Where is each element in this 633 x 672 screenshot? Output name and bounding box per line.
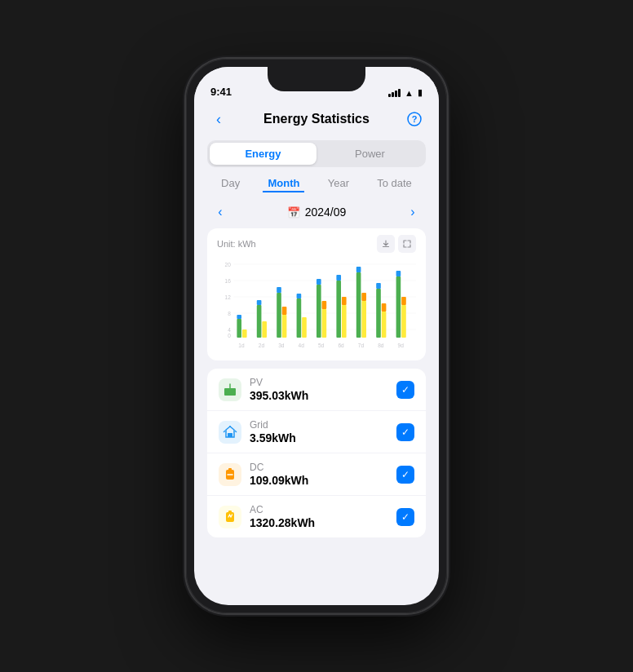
svg-rect-37 (361, 293, 366, 301)
pv-label: PV (250, 377, 396, 388)
signal-icon (388, 89, 401, 97)
date-navigation: ‹ 📅 2024/09 › (194, 199, 439, 228)
svg-text:6d: 6d (338, 343, 344, 348)
battery-icon: ▮ (418, 87, 423, 98)
svg-rect-26 (316, 285, 321, 338)
svg-rect-24 (302, 317, 307, 338)
dc-label: DC (250, 462, 396, 473)
page-title: Energy Statistics (263, 112, 370, 126)
svg-rect-25 (297, 294, 302, 298)
chart-unit-label: Unit: kWh (217, 235, 416, 253)
status-icons: ▲ ▮ (388, 87, 423, 98)
back-button[interactable]: ‹ (207, 108, 230, 130)
svg-rect-29 (322, 301, 327, 309)
svg-rect-23 (297, 298, 302, 338)
svg-rect-15 (237, 315, 241, 319)
period-day[interactable]: Day (216, 175, 245, 192)
svg-text:5d: 5d (318, 343, 325, 348)
pv-checkbox[interactable]: ✓ (396, 381, 414, 399)
grid-label: Grid (250, 419, 396, 431)
phone-notch (268, 67, 365, 91)
stat-item-ac: AC 1320.28kWh ✓ (207, 496, 426, 537)
svg-line-62 (224, 431, 225, 432)
svg-rect-42 (396, 276, 401, 338)
svg-rect-31 (342, 305, 347, 338)
grid-info: Grid 3.59kWh (250, 419, 396, 444)
svg-rect-43 (401, 305, 406, 338)
svg-rect-39 (382, 312, 387, 338)
ac-label: AC (250, 504, 396, 515)
stat-item-grid: Grid 3.59kWh ✓ (207, 411, 426, 453)
wifi-icon: ▲ (405, 88, 414, 98)
pv-info: PV 395.03kWh (250, 377, 396, 402)
dc-checkbox[interactable]: ✓ (396, 466, 414, 484)
app-header: ‹ Energy Statistics ? (194, 103, 439, 137)
tab-power[interactable]: Power (316, 143, 423, 165)
svg-text:3d: 3d (278, 343, 285, 348)
svg-rect-30 (336, 281, 341, 338)
svg-rect-41 (382, 303, 387, 312)
bar-chart: 20 16 12 8 4 0 (217, 256, 416, 357)
next-date-button[interactable]: › (403, 202, 423, 222)
svg-rect-44 (396, 271, 401, 276)
download-button[interactable] (377, 235, 395, 253)
svg-text:20: 20 (225, 262, 232, 267)
svg-rect-32 (336, 275, 341, 281)
ac-checkbox[interactable]: ✓ (396, 508, 414, 526)
tab-energy[interactable]: Energy (210, 143, 316, 165)
svg-text:2d: 2d (259, 343, 265, 348)
svg-rect-36 (356, 267, 361, 272)
svg-rect-19 (277, 293, 281, 338)
svg-text:9d: 9d (398, 343, 405, 348)
ac-value: 1320.28kWh (250, 516, 396, 529)
help-button[interactable]: ? (403, 108, 426, 130)
dc-info: DC 109.09kWh (250, 462, 396, 487)
svg-rect-22 (282, 307, 287, 315)
svg-text:8d: 8d (378, 343, 384, 348)
svg-rect-16 (257, 305, 262, 338)
svg-rect-66 (228, 468, 232, 471)
stats-list: PV 395.03kWh ✓ Grid 3.59 (207, 369, 426, 537)
svg-rect-13 (237, 319, 241, 338)
svg-line-63 (235, 431, 237, 432)
svg-rect-18 (257, 300, 262, 305)
stat-item-pv: PV 395.03kWh ✓ (207, 369, 426, 411)
svg-text:8: 8 (228, 311, 231, 316)
grid-value: 3.59kWh (250, 431, 396, 444)
pv-icon (219, 378, 241, 401)
svg-text:?: ? (412, 114, 418, 124)
svg-rect-28 (316, 279, 321, 285)
dc-value: 109.09kWh (250, 474, 396, 487)
svg-rect-64 (228, 433, 232, 437)
ac-icon (219, 506, 241, 528)
date-text: 2024/09 (305, 206, 347, 219)
grid-checkbox[interactable]: ✓ (396, 423, 414, 441)
expand-button[interactable] (398, 235, 416, 253)
period-year[interactable]: Year (323, 175, 354, 192)
svg-rect-38 (376, 289, 381, 338)
svg-text:7d: 7d (358, 343, 365, 348)
phone-screen: 9:41 ▲ ▮ ‹ Energy Statistics ? (194, 67, 439, 605)
prev-date-button[interactable]: ‹ (210, 202, 230, 222)
svg-rect-21 (277, 287, 281, 293)
svg-text:4d: 4d (299, 343, 305, 348)
svg-rect-27 (322, 309, 327, 338)
svg-rect-33 (342, 297, 347, 305)
grid-icon (219, 421, 241, 444)
chart-container: Unit: kWh (207, 228, 426, 360)
period-todate[interactable]: To date (372, 175, 417, 192)
tab-switcher: Energy Power (207, 140, 426, 167)
stat-item-dc: DC 109.09kWh ✓ (207, 453, 426, 496)
svg-text:16: 16 (225, 278, 232, 284)
pv-value: 395.03kWh (250, 389, 396, 402)
period-month[interactable]: Month (263, 175, 304, 192)
dc-icon (219, 463, 241, 486)
svg-rect-69 (228, 511, 232, 513)
chart-actions (377, 235, 416, 253)
svg-rect-17 (262, 321, 267, 338)
current-date-display: 📅 2024/09 (287, 206, 347, 219)
ac-info: AC 1320.28kWh (250, 504, 396, 529)
svg-rect-68 (226, 512, 234, 522)
status-time: 9:41 (210, 86, 232, 98)
svg-text:1d: 1d (238, 343, 245, 348)
